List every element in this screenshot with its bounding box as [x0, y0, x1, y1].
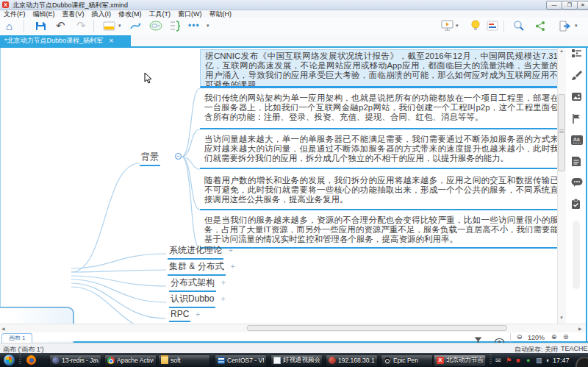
tray-red-app-icon[interactable]: ■ — [516, 357, 520, 364]
topic-paragraph[interactable]: 我们传统的网站架构为单一应用架构，也就是说把所有的功能都放在一个项目工程里，部署… — [200, 92, 563, 129]
taskbar-grip — [19, 354, 21, 366]
document-tab[interactable]: *北京动力节点Dubbo课程_杨利军 ✕ — [0, 35, 131, 46]
expand-plus-icon[interactable]: + — [220, 295, 225, 303]
tray-mail-icon[interactable]: ✉ — [495, 357, 501, 364]
subtopic[interactable]: 系统进化理论+ — [168, 244, 233, 260]
scroll-right-icon[interactable]: ▶ — [578, 326, 582, 331]
taskbar-button[interactable]: Epic Pen — [381, 354, 433, 366]
taskbar-grip — [490, 354, 492, 366]
document-tab-bar: *北京动力节点Dubbo课程_杨利军 ✕ — [0, 35, 588, 46]
xmind-app-icon: X — [2, 1, 9, 8]
horizontal-scrollbar-thumb[interactable] — [247, 325, 507, 331]
close-button[interactable]: ✕ — [577, 1, 588, 10]
minimize-button[interactable]: — — [546, 1, 562, 10]
save-icon[interactable] — [35, 19, 46, 32]
tray-flag-icon[interactable]: ⚑ — [506, 357, 512, 364]
tray-network-icon[interactable]: ▥ — [536, 357, 542, 364]
zoom-out-icon[interactable]: ⊖ — [517, 333, 523, 341]
taskbar-button[interactable]: CentOS7 - VM... — [215, 354, 267, 366]
subtopic[interactable]: RPC+ — [169, 309, 200, 322]
tray-volume-icon[interactable]: ◖ — [545, 357, 549, 364]
subtopic[interactable]: 分布式架构+ — [169, 277, 226, 292]
subtopic[interactable]: 集群 & 分布式+ — [168, 260, 235, 276]
redo-icon[interactable]: ↷ — [76, 19, 86, 32]
topic-paragraph[interactable]: 随着用户数的增长和业务的发展，我们拆分的应用将越来越多，应用之间的交互和数据传输… — [200, 174, 563, 210]
tray-antivirus-icon[interactable]: ● — [526, 357, 530, 364]
search-icon[interactable] — [513, 19, 525, 32]
toolbar-separator — [24, 20, 24, 32]
more-icon[interactable]: ••• — [188, 19, 200, 32]
windows-logo-icon — [5, 356, 12, 363]
new-topic-icon[interactable] — [103, 19, 115, 32]
vertical-scrollbar[interactable] — [557, 48, 566, 324]
expand-plus-icon[interactable]: + — [221, 279, 226, 287]
label-aa-icon[interactable]: Aa — [571, 135, 582, 146]
taskbar-clock[interactable]: 17:47 — [553, 357, 575, 364]
presentation-icon[interactable] — [441, 19, 453, 32]
zoom-fit-icon[interactable]: ⊜ — [563, 333, 569, 341]
toolbar-separator — [503, 20, 504, 32]
marker-lines-icon[interactable] — [487, 19, 498, 32]
topic-paragraph[interactable]: 据CNNIC发布《中国互联网络发展状况统计报告》，截至2016年12月，中国网民… — [200, 49, 563, 88]
taskbar-button[interactable]: 13-redis - Java... — [49, 354, 101, 366]
scroll-up-icon[interactable]: ▲ — [559, 49, 564, 53]
toolbar: ⌂ ↶ ↷ ▾ ••• ▾ ▾ — [0, 18, 588, 35]
comments-icon[interactable] — [571, 177, 582, 188]
topic-paragraph[interactable]: 当访问量越来越大，单一的单服务器已不能满足需要，我们需要通过不断添加服务器的方式… — [200, 133, 563, 169]
chevron-down-icon[interactable]: ▾ — [118, 19, 121, 32]
relationship-icon[interactable] — [129, 19, 143, 32]
tasks-clipboard-icon[interactable] — [571, 199, 582, 210]
image-icon[interactable] — [571, 91, 582, 102]
undo-icon[interactable]: ↶ — [56, 19, 65, 32]
chevron-down-icon[interactable]: ▾ — [207, 19, 209, 32]
branch-topic[interactable]: 背景 — [140, 151, 160, 166]
divider — [510, 333, 511, 342]
export-icon[interactable] — [559, 19, 571, 32]
panel-scroll-strip[interactable] — [573, 221, 580, 289]
topic-paragraph[interactable]: 但是当我们的服务越来越多，资源的不合理分配也会变得比较严重，比如一些访问量很小的… — [200, 214, 563, 249]
notes-icon[interactable] — [571, 156, 582, 167]
taskbar-button[interactable]: Apache Active... — [104, 354, 157, 366]
folder-icon — [161, 357, 168, 364]
taskbar-button[interactable]: soft — [158, 354, 210, 366]
mouse-cursor — [144, 72, 153, 85]
firefox-icon[interactable] — [26, 355, 36, 365]
collapse-minus-icon[interactable]: − — [175, 153, 182, 160]
home-icon[interactable]: ⌂ — [6, 19, 12, 32]
vmware-icon — [218, 357, 225, 364]
xmind-icon: X — [437, 357, 444, 364]
menu-bar: 文件(F) 编辑(E) 查看(V) 插入(I) 修改(M) 工具(T) 窗口(W… — [0, 10, 588, 18]
summary-icon[interactable] — [169, 19, 181, 32]
scroll-down-icon[interactable]: ▼ — [559, 316, 564, 320]
scroll-left-icon[interactable]: ◀ — [1, 326, 5, 331]
content-border — [586, 48, 587, 341]
zoom-level: 120% — [528, 334, 545, 341]
restore-button[interactable]: ❐ — [562, 1, 578, 10]
zoom-in-icon[interactable]: ⊕ — [551, 333, 557, 341]
expand-plus-icon[interactable]: + — [229, 246, 233, 254]
marker-flag-icon[interactable] — [571, 113, 582, 124]
vertical-scrollbar-thumb[interactable] — [558, 94, 565, 171]
document-tab-label: *北京动力节点Dubbo课程_杨利军 — [4, 36, 103, 46]
expand-plus-icon[interactable]: + — [196, 310, 200, 318]
taskbar-button[interactable]: 192.168.30.12... — [326, 354, 378, 366]
outline-structure-icon[interactable] — [571, 48, 582, 59]
right-properties-panel: Aa — [566, 48, 586, 341]
sheet-tab-canvas1[interactable]: 画布 1 — [1, 333, 32, 343]
share-icon[interactable] — [535, 19, 546, 32]
idea-bulb-icon[interactable] — [470, 19, 481, 32]
chevron-down-icon[interactable]: ▾ — [575, 19, 578, 32]
remote-icon — [329, 357, 336, 364]
expand-plus-icon[interactable]: + — [231, 263, 235, 271]
taskbar-button[interactable]: 好视通视频会议 — [270, 354, 323, 366]
taskbar-button-active[interactable]: X 北京动力节点D... — [434, 354, 486, 366]
status-bar: 画布 ('画布 1') 自动保存: 关闭 ◦ TEACHER-PC — [0, 343, 588, 353]
subtopic[interactable]: 认识Dubbo+ — [169, 293, 225, 308]
chrome-icon — [107, 357, 115, 364]
chevron-down-icon[interactable]: ▾ — [456, 19, 459, 32]
tab-close-icon[interactable]: ✕ — [109, 38, 114, 44]
boundary-icon[interactable] — [149, 19, 162, 32]
mindmap-canvas[interactable]: 京 E 动力节 背景 − 据CNNIC发布《中国互联网络发展状况统计报告》，截至… — [0, 48, 588, 343]
format-brush-icon[interactable] — [571, 70, 582, 81]
epic-pen-icon — [384, 357, 391, 364]
